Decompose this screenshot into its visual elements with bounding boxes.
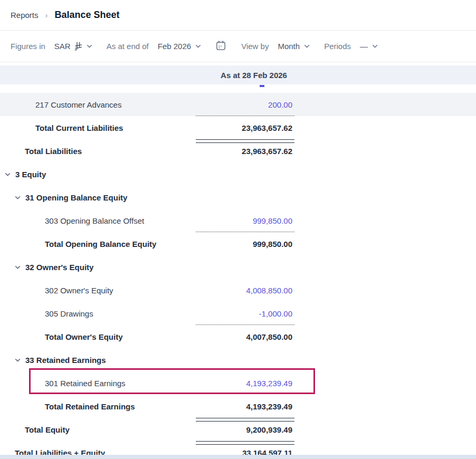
periods-select[interactable]: —: [360, 42, 378, 51]
row-label: Total Opening Balance Equity: [45, 240, 156, 248]
report-toolbar: Figures in SAR As at end of Feb 2026: [0, 31, 476, 62]
row-label: Total Equity: [25, 425, 70, 434]
amount-link[interactable]: 4,193,239.49: [196, 379, 294, 388]
breadcrumb-reports-link[interactable]: Reports: [11, 11, 39, 20]
row-label: 32 Owner's Equity: [25, 263, 93, 272]
page-title: Balance Sheet: [55, 9, 120, 21]
row-label: 33 Retained Earnings: [25, 356, 106, 365]
horizontal-scrollbar[interactable]: [0, 455, 476, 459]
amount-link[interactable]: -1,000.00: [196, 309, 294, 318]
row-label: 217 Customer Advances: [35, 100, 121, 109]
account-row: 305 Drawings-1,000.00: [0, 302, 476, 325]
account-row: 301 Retained Earnings4,193,239.49: [0, 371, 476, 395]
view-by-select[interactable]: Month: [278, 42, 310, 51]
calendar-icon: [215, 40, 226, 53]
row-label: Total Liabilities: [25, 147, 82, 156]
amount-value: 4,007,850.00: [196, 332, 294, 341]
view-by-label: View by: [241, 42, 269, 51]
total-row: Total Retained Earnings4,193,239.49: [0, 395, 476, 418]
chevron-down-icon[interactable]: [4, 171, 11, 178]
periods-label: Periods: [324, 42, 351, 51]
total-row: Total Owner's Equity4,007,850.00: [0, 325, 476, 348]
periods-value: —: [360, 42, 368, 51]
chevron-down-icon: [86, 43, 93, 50]
amount-value: 4,193,239.49: [196, 402, 294, 411]
account-row: 302 Owner's Equity4,008,850.00: [0, 279, 476, 302]
cutoff-row-fragment: [260, 85, 264, 87]
row-label: 302 Owner's Equity: [45, 286, 113, 295]
breadcrumb-separator: ›: [45, 11, 48, 20]
row-label: 31 Opening Balance Equity: [25, 193, 127, 202]
amount-link[interactable]: 200.00: [196, 100, 294, 109]
calendar-button[interactable]: [215, 40, 226, 53]
row-label: 305 Drawings: [45, 309, 93, 318]
row-label: 303 Opening Balance Offset: [45, 216, 144, 225]
period-value: Feb 2026: [158, 42, 191, 51]
account-row: 303 Opening Balance Offset999,850.00: [0, 209, 476, 232]
balance-sheet-page: Reports › Balance Sheet Figures in SAR A…: [0, 0, 476, 459]
row-label: 3 Equity: [15, 170, 46, 179]
row-label: 301 Retained Earnings: [45, 379, 126, 388]
figures-in-label: Figures in: [11, 42, 45, 51]
group-row: 32 Owner's Equity: [0, 255, 476, 279]
period-select[interactable]: Feb 2026: [158, 42, 202, 51]
chevron-down-icon[interactable]: [14, 264, 21, 271]
account-row: 217 Customer Advances200.00: [0, 93, 476, 116]
total-row: Total Liabilities23,963,657.62: [0, 139, 476, 162]
column-header-bar: As at 28 Feb 2026: [0, 65, 476, 84]
saudi-riyal-icon: [74, 42, 82, 51]
chevron-down-icon: [303, 43, 310, 50]
currency-value: SAR: [54, 42, 71, 51]
balance-sheet-table: 217 Customer Advances200.00Total Current…: [0, 93, 476, 459]
amount-value: 23,963,657.62: [196, 123, 294, 132]
amount-value: 9,200,939.49: [196, 425, 294, 434]
amount-link[interactable]: 4,008,850.00: [196, 286, 294, 295]
row-label: Total Current Liabilities: [35, 123, 123, 132]
chevron-down-icon: [372, 43, 378, 50]
group-row: 31 Opening Balance Equity: [0, 186, 476, 209]
group-row: 3 Equity: [0, 162, 476, 186]
amount-value: 23,963,657.62: [196, 147, 294, 156]
view-by-value: Month: [278, 42, 300, 51]
row-label: Total Owner's Equity: [45, 332, 122, 341]
chevron-down-icon: [195, 43, 202, 50]
as-at-end-of-label: As at end of: [107, 42, 149, 51]
amount-link[interactable]: 999,850.00: [196, 216, 294, 225]
group-row: 33 Retained Earnings: [0, 348, 476, 371]
currency-select[interactable]: SAR: [54, 42, 93, 51]
total-row: Total Current Liabilities23,963,657.62: [0, 116, 476, 139]
amount-value: 999,850.00: [196, 240, 294, 248]
breadcrumb: Reports › Balance Sheet: [0, 0, 476, 31]
row-label: Total Retained Earnings: [45, 402, 135, 411]
column-header-date: As at 28 Feb 2026: [221, 71, 287, 80]
total-row: Total Opening Balance Equity999,850.00: [0, 232, 476, 255]
chevron-down-icon[interactable]: [14, 194, 21, 201]
chevron-down-icon[interactable]: [14, 357, 21, 364]
total-row: Total Equity9,200,939.49: [0, 418, 476, 441]
